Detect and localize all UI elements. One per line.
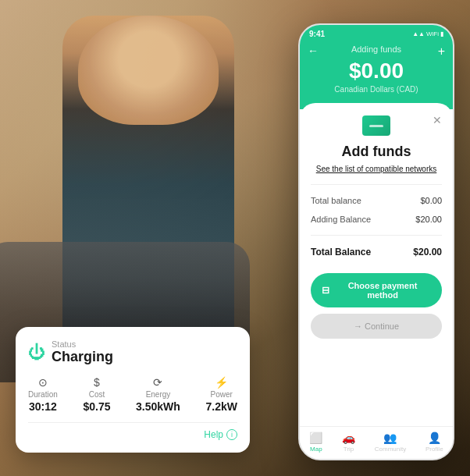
profile-label: Profile <box>425 446 443 453</box>
modal-divider-2 <box>311 235 442 236</box>
status-row: ⏻ Status Charging <box>28 339 237 365</box>
phone-mockup: 9:41 ▲▲ WiFi ▮ ← Adding funds $0.00 Cana… <box>298 23 454 460</box>
metric-energy: ⟳ Energy 3.50kWh <box>136 376 180 413</box>
charging-metrics: ⊙ Duration 30:12 $ Cost $0.75 ⟳ Energy 3… <box>28 376 237 413</box>
nav-trip[interactable]: 🚗 Trip <box>342 432 355 453</box>
final-total-value: $20.00 <box>413 247 442 258</box>
final-total-row: Total Balance $20.00 <box>311 242 442 262</box>
energy-value: 3.50kWh <box>136 400 180 413</box>
metric-cost: $ Cost $0.75 <box>83 376 110 413</box>
add-button[interactable]: + <box>438 44 445 59</box>
modal-divider-1 <box>311 184 442 185</box>
signal-icon: ▲▲ <box>412 30 425 37</box>
nav-community[interactable]: 👥 Community <box>375 432 406 453</box>
community-label: Community <box>375 446 406 453</box>
map-label: Map <box>310 446 322 453</box>
total-balance-value: $0.00 <box>420 196 442 205</box>
header-title: Adding funds <box>309 44 443 54</box>
total-balance-row: Total balance $0.00 <box>311 191 442 210</box>
phone-header: ← Adding funds $0.00 Canadian Dollars (C… <box>300 38 453 109</box>
energy-icon: ⟳ <box>153 376 162 389</box>
plug-icon: ⏻ <box>28 343 45 363</box>
community-icon: 👥 <box>383 432 397 444</box>
duration-label: Duration <box>28 390 58 399</box>
phone-status-bar: 9:41 ▲▲ WiFi ▮ <box>300 25 453 38</box>
power-value: 7.2kW <box>206 400 237 413</box>
power-icon: ⚡ <box>215 376 228 389</box>
header-amount: $0.00 <box>309 59 443 83</box>
choose-payment-button[interactable]: Choose payment method <box>311 273 442 307</box>
status-value: Charging <box>52 349 113 365</box>
power-label: Power <box>211 390 233 399</box>
help-text[interactable]: Help <box>204 429 223 440</box>
continue-button[interactable]: → Continue <box>311 314 442 339</box>
header-currency: Canadian Dollars (CAD) <box>309 85 443 94</box>
nav-profile[interactable]: 👤 Profile <box>425 432 443 453</box>
cost-icon: $ <box>94 376 100 389</box>
help-icon[interactable]: i <box>226 429 237 440</box>
cost-label: Cost <box>89 390 105 399</box>
duration-icon: ⊙ <box>38 376 48 389</box>
wifi-icon: WiFi <box>426 30 439 37</box>
help-row: Help i <box>28 429 237 440</box>
energy-label: Energy <box>146 390 171 399</box>
card-divider <box>28 422 237 423</box>
charging-status-card: ⏻ Status Charging ⊙ Duration 30:12 $ Cos… <box>16 327 250 453</box>
adding-balance-label: Adding Balance <box>311 215 371 224</box>
cost-value: $0.75 <box>83 400 110 413</box>
bottom-navigation: ⬜ Map 🚗 Trip 👥 Community 👤 Profile <box>300 426 453 459</box>
trip-icon: 🚗 <box>342 432 355 444</box>
total-balance-label: Total balance <box>311 196 361 205</box>
status-info: Status Charging <box>52 339 113 365</box>
adding-balance-row: Adding Balance $20.00 <box>311 210 442 229</box>
back-button[interactable]: ← <box>308 44 319 57</box>
status-time: 9:41 <box>309 30 325 38</box>
card-icon <box>362 115 390 136</box>
final-total-label: Total Balance <box>311 247 371 258</box>
profile-icon: 👤 <box>428 432 441 444</box>
close-button[interactable]: ✕ <box>433 114 442 126</box>
duration-value: 30:12 <box>29 400 57 413</box>
metric-power: ⚡ Power 7.2kW <box>206 376 237 413</box>
metric-duration: ⊙ Duration 30:12 <box>28 376 58 413</box>
add-funds-modal: ✕ Add funds See the list of compatible n… <box>300 103 453 415</box>
status-label: Status <box>52 339 113 349</box>
modal-title: Add funds <box>311 144 442 160</box>
battery-icon: ▮ <box>440 30 443 37</box>
status-icons: ▲▲ WiFi ▮ <box>412 30 443 37</box>
map-icon: ⬜ <box>309 432 322 444</box>
trip-label: Trip <box>344 446 354 453</box>
compatible-networks-link[interactable]: See the list of compatible networks <box>311 165 442 173</box>
nav-map[interactable]: ⬜ Map <box>309 432 322 453</box>
adding-balance-value: $20.00 <box>415 215 442 224</box>
